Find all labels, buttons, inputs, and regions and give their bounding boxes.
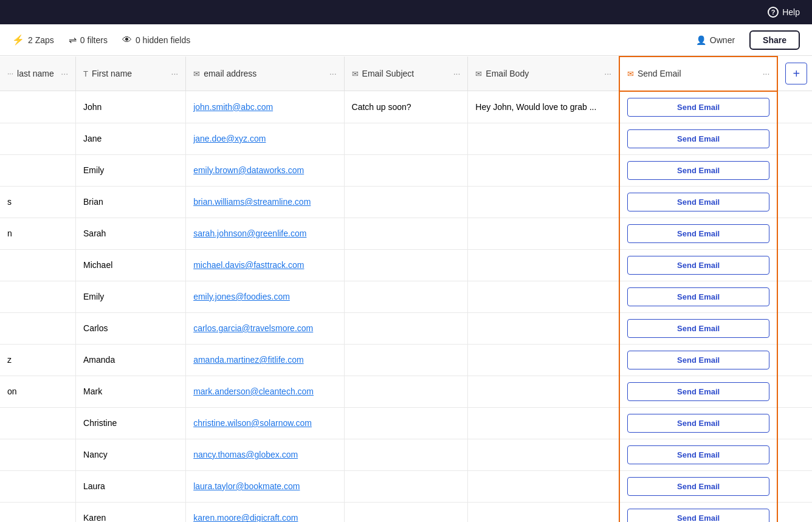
table-row: zAmandaamanda.martinez@fitlife.comSend E… — [0, 344, 812, 376]
cell-first-name: Emily — [76, 281, 186, 312]
send-email-button[interactable]: Send Email — [627, 509, 769, 523]
col-more-subject[interactable]: ··· — [453, 69, 461, 78]
col-label-subject: Email Subject — [362, 69, 415, 78]
cell-email[interactable]: christine.wilson@solarnow.com — [186, 407, 344, 439]
cell-send-email: Send Email — [619, 312, 777, 344]
cell-last-name — [0, 470, 76, 502]
cell-subject — [344, 407, 468, 439]
col-header-subject: ✉ Email Subject ··· — [344, 57, 468, 91]
send-email-button[interactable]: Send Email — [627, 256, 769, 275]
cell-email[interactable]: karen.moore@digicraft.com — [186, 502, 344, 522]
col-more-last-name[interactable]: ··· — [61, 69, 68, 78]
owner-label: Owner — [710, 35, 735, 45]
send-email-button[interactable]: Send Email — [627, 319, 769, 338]
col-header-email: ✉ email address ··· — [186, 57, 344, 91]
email-link[interactable]: john.smith@abc.com — [193, 102, 273, 112]
toolbar-left: ⚡ 2 Zaps ⇌ 0 filters 👁 0 hidden fields — [12, 34, 190, 46]
hidden-fields-button[interactable]: 👁 0 hidden fields — [122, 35, 190, 46]
col-label-email: email address — [204, 69, 256, 78]
cell-body: Hey John, Would love to grab ... — [468, 91, 619, 123]
send-email-button[interactable]: Send Email — [627, 98, 769, 117]
cell-email[interactable]: sarah.johnson@greenlife.com — [186, 218, 344, 249]
col-type-icon-body: ✉ — [475, 69, 482, 78]
cell-last-name — [0, 407, 76, 439]
email-link[interactable]: sarah.johnson@greenlife.com — [193, 228, 306, 238]
send-email-button[interactable]: Send Email — [627, 129, 769, 148]
email-link[interactable]: christine.wilson@solarnow.com — [193, 418, 312, 428]
table-wrapper: ··· last name ··· T First name ··· ✉ — [0, 56, 812, 522]
cell-email[interactable]: mark.anderson@cleantech.com — [186, 376, 344, 407]
send-email-button[interactable]: Send Email — [627, 287, 769, 306]
send-email-button[interactable]: Send Email — [627, 445, 769, 464]
cell-email[interactable]: carlos.garcia@travelsmore.com — [186, 312, 344, 344]
cell-body — [468, 123, 619, 154]
email-link[interactable]: nancy.thomas@globex.com — [193, 450, 298, 459]
cell-subject — [344, 502, 468, 522]
toolbar: ⚡ 2 Zaps ⇌ 0 filters 👁 0 hidden fields 👤… — [0, 24, 812, 56]
cell-email[interactable]: john.smith@abc.com — [186, 91, 344, 123]
cell-send-email: Send Email — [619, 154, 777, 186]
cell-send-email: Send Email — [619, 249, 777, 281]
filters-button[interactable]: ⇌ 0 filters — [69, 34, 108, 46]
email-link[interactable]: laura.taylor@bookmate.com — [193, 481, 300, 491]
cell-subject — [344, 249, 468, 281]
cell-send-email: Send Email — [619, 281, 777, 312]
help-label: Help — [782, 7, 800, 17]
cell-email[interactable]: emily.jones@foodies.com — [186, 281, 344, 312]
email-link[interactable]: mark.anderson@cleantech.com — [193, 386, 314, 396]
email-link[interactable]: carlos.garcia@travelsmore.com — [193, 323, 313, 333]
cell-body — [468, 312, 619, 344]
col-header-last-name: ··· last name ··· — [0, 57, 76, 91]
add-column-button[interactable]: + — [785, 63, 807, 84]
cell-email[interactable]: michael.davis@fasttrack.com — [186, 249, 344, 281]
cell-body — [468, 218, 619, 249]
share-button[interactable]: Share — [749, 30, 800, 50]
cell-send-email: Send Email — [619, 91, 777, 123]
zaps-button[interactable]: ⚡ 2 Zaps — [12, 34, 54, 46]
col-more-body[interactable]: ··· — [604, 69, 611, 78]
cell-email[interactable]: jane.doe@xyz.com — [186, 123, 344, 154]
email-link[interactable]: michael.davis@fasttrack.com — [193, 260, 304, 270]
cell-email[interactable]: emily.brown@dataworks.com — [186, 154, 344, 186]
help-icon: ? — [768, 7, 779, 18]
cell-email[interactable]: laura.taylor@bookmate.com — [186, 470, 344, 502]
cell-add — [777, 312, 812, 344]
person-icon: 👤 — [696, 35, 706, 45]
col-label-first-name: First name — [92, 69, 132, 78]
cell-send-email: Send Email — [619, 218, 777, 249]
send-email-button[interactable]: Send Email — [627, 193, 769, 211]
send-email-button[interactable]: Send Email — [627, 477, 769, 496]
email-link[interactable]: jane.doe@xyz.com — [193, 134, 266, 143]
email-link[interactable]: emily.jones@foodies.com — [193, 292, 290, 301]
send-email-button[interactable]: Send Email — [627, 351, 769, 369]
help-button[interactable]: ? Help — [768, 7, 800, 18]
email-link[interactable]: amanda.martinez@fitlife.com — [193, 355, 304, 365]
cell-body — [468, 186, 619, 218]
cell-subject — [344, 218, 468, 249]
table-header-row: ··· last name ··· T First name ··· ✉ — [0, 57, 812, 91]
col-more-send[interactable]: ··· — [763, 69, 770, 78]
send-email-button[interactable]: Send Email — [627, 414, 769, 433]
email-link[interactable]: brian.williams@streamline.com — [193, 197, 311, 207]
col-type-icon-email: ✉ — [193, 69, 200, 78]
cell-email[interactable]: brian.williams@streamline.com — [186, 186, 344, 218]
owner-button[interactable]: 👤 Owner — [689, 32, 742, 49]
cell-body — [468, 407, 619, 439]
filters-label: 0 filters — [80, 35, 108, 45]
send-email-button[interactable]: Send Email — [627, 161, 769, 180]
email-link[interactable]: emily.brown@dataworks.com — [193, 165, 304, 175]
cell-add — [777, 281, 812, 312]
col-more-email[interactable]: ··· — [329, 69, 337, 78]
cell-body — [468, 439, 619, 470]
cell-email[interactable]: amanda.martinez@fitlife.com — [186, 344, 344, 376]
send-email-button[interactable]: Send Email — [627, 382, 769, 401]
cell-last-name — [0, 502, 76, 522]
col-header-first-name: T First name ··· — [76, 57, 186, 91]
email-link[interactable]: karen.moore@digicraft.com — [193, 513, 298, 522]
col-more-first-name[interactable]: ··· — [171, 69, 179, 78]
cell-first-name: Jane — [76, 123, 186, 154]
send-email-button[interactable]: Send Email — [627, 224, 769, 243]
cell-email[interactable]: nancy.thomas@globex.com — [186, 439, 344, 470]
cell-last-name — [0, 281, 76, 312]
cell-add — [777, 218, 812, 249]
